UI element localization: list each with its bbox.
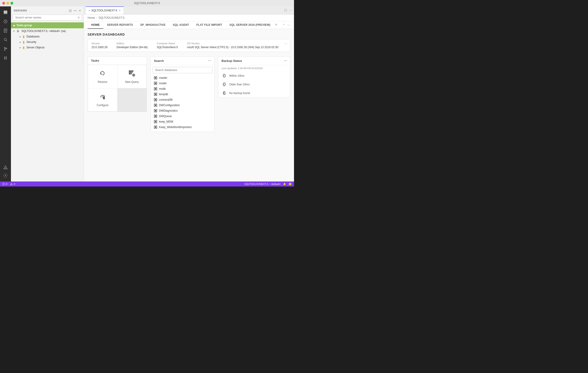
db-icon: [154, 98, 157, 101]
databases-expand-icon: ►: [19, 35, 22, 38]
tab-sql-agent[interactable]: SQL AGENT: [169, 22, 193, 29]
db-icon: [154, 93, 157, 96]
tab-close-button[interactable]: ✕: [119, 9, 121, 12]
sidebar: SERVERS ◻ — ≡ ✕ ◆ Tools group ▼ 🖥 SQLTOO…: [11, 6, 84, 181]
more-options-icon[interactable]: ⋯: [289, 9, 292, 12]
server-tree-item[interactable]: ▼ 🖥 SQLTOOLSVNEXT-5, <default> (sa): [11, 28, 84, 34]
activity-git-icon[interactable]: [1, 45, 10, 53]
nav-more-icon[interactable]: ⋯: [287, 23, 290, 27]
tab-flat-file-import[interactable]: FLAT FILE IMPORT: [193, 22, 226, 29]
tools-group[interactable]: ◆ Tools group: [11, 22, 84, 28]
list-item[interactable]: DWConfiguration: [151, 102, 214, 108]
add-connection-icon[interactable]: ◻: [69, 9, 72, 12]
backup-last-updated: Last Updated: 1:40:48 PM 9/14/2018: [218, 65, 290, 71]
tab-home[interactable]: HOME: [88, 22, 103, 29]
db-name: tempdb: [159, 93, 168, 96]
backup-stat-within: 0 Within 24hrs: [218, 71, 290, 80]
backup-within-label: Within 24hrs: [229, 74, 244, 77]
status-warnings[interactable]: 0: [10, 183, 15, 185]
nav-tabs: HOME SERVER REPORTS SP_WHOISACTIVE SQL A…: [84, 22, 294, 29]
new-query-label: New Query: [125, 80, 139, 84]
security-icon: ▮: [23, 40, 25, 44]
main-tab[interactable]: ≡ SQLTOOLSVNEXT-5 ✕: [86, 6, 124, 14]
tab-bar: ≡ SQLTOOLSVNEXT-5 ✕ ☐ ⋯: [84, 6, 294, 14]
window-controls[interactable]: [2, 2, 13, 5]
warning-icon: [10, 183, 13, 185]
db-name: DWQueue: [159, 115, 172, 118]
minimize-button[interactable]: [6, 2, 9, 5]
restore-label: Restore: [98, 80, 107, 84]
restore-icon: [99, 70, 106, 78]
list-item[interactable]: Keep_WideWorldImporters: [151, 124, 214, 130]
db-icon: [154, 115, 157, 118]
db-name: DWDiagnostics: [159, 109, 178, 112]
breadcrumb-home[interactable]: Home: [88, 16, 95, 19]
edition-value: Developer Edition (64-bit): [116, 46, 147, 49]
version-label: Version: [92, 42, 107, 45]
search-clear-icon[interactable]: ✕: [77, 16, 80, 19]
collapse-icon[interactable]: —: [74, 9, 77, 12]
server-info-more-icon[interactable]: ⋯: [284, 42, 287, 45]
svg-rect-17: [129, 72, 132, 73]
main-content: ≡ SQLTOOLSVNEXT-5 ✕ ☐ ⋯ Home › SQLTOOLSV…: [84, 6, 294, 181]
search-server-input[interactable]: [13, 15, 82, 21]
list-item[interactable]: tempdb: [151, 91, 214, 97]
activity-extensions-icon[interactable]: [1, 54, 10, 62]
db-icon: [154, 109, 157, 112]
sidebar-header-icons[interactable]: ◻ — ≡: [69, 9, 81, 12]
collapse-nav-icon[interactable]: ⌃: [283, 23, 285, 27]
search-widget-more-icon[interactable]: ⋯: [208, 59, 211, 63]
os-value: rosoft SQL Server vNext (CTP2.0) - 15.0.…: [187, 46, 286, 49]
status-bar-right: SQLTOOLSVNEXT-5 : <default> 🔔 🙂: [244, 183, 292, 186]
add-tab-button[interactable]: +: [274, 22, 278, 29]
security-expand-icon: ►: [19, 41, 22, 43]
activity-history-icon[interactable]: [1, 17, 10, 26]
sidebar-title: SERVERS: [14, 9, 27, 12]
list-item[interactable]: DWDiagnostics: [151, 108, 214, 113]
close-button[interactable]: [2, 2, 5, 5]
group-expand-icon: ◆: [13, 24, 15, 27]
databases-tree-item[interactable]: ► ▮ Databases: [11, 34, 84, 39]
widgets-row: Tasks Restore: [88, 56, 290, 132]
maximize-button[interactable]: [10, 2, 13, 5]
list-item[interactable]: DWQueue: [151, 113, 214, 119]
svg-rect-1: [4, 12, 7, 13]
errors-count: 0: [6, 183, 7, 185]
tab-server-reports[interactable]: SERVER REPORTS: [103, 22, 137, 29]
tasks-widget-header: Tasks: [88, 57, 147, 65]
configure-task-card[interactable]: Configure: [88, 88, 117, 111]
feedback-icon[interactable]: 🙂: [289, 183, 292, 186]
security-tree-item[interactable]: ► ▮ Security: [11, 39, 84, 45]
db-icon: [154, 120, 157, 123]
server-label: SQLTOOLSVNEXT-5, <default> (sa): [21, 29, 66, 33]
tab-sql-server-preview[interactable]: SQL SERVER 2019 (PREVIEW): [226, 22, 274, 29]
list-item[interactable]: model: [151, 81, 214, 86]
activity-settings-icon[interactable]: [1, 171, 10, 180]
status-bar-left: 0 0: [2, 183, 15, 185]
backup-older-count: 0: [221, 81, 227, 88]
activity-servers-icon[interactable]: [1, 8, 10, 16]
restore-task-card[interactable]: Restore: [88, 65, 117, 88]
list-item[interactable]: master: [151, 75, 214, 81]
backup-widget-more-icon[interactable]: ⋯: [284, 59, 287, 63]
activity-search-icon[interactable]: [1, 36, 10, 44]
connection-info: SQLTOOLSVNEXT-5 : <default>: [244, 183, 281, 185]
computer-label: Computer Name: [157, 42, 178, 45]
notification-icon[interactable]: 🔔: [283, 183, 286, 186]
tab-sp-whoisactive[interactable]: SP_WHOISACTIVE: [137, 22, 169, 29]
status-alerts[interactable]: 0: [2, 183, 7, 185]
title-bar: SQLTOOLSVNEXT-5: [0, 0, 294, 6]
svg-rect-2: [4, 13, 7, 14]
server-objects-tree-item[interactable]: ► ▮ Server Objects: [11, 45, 84, 50]
activity-warnings-icon[interactable]: [1, 163, 10, 171]
list-item[interactable]: coriveraDB: [151, 97, 214, 102]
more-icon[interactable]: ≡: [79, 9, 81, 12]
search-databases-input[interactable]: [153, 67, 212, 73]
backup-widget-title: Backup Status: [221, 59, 242, 63]
new-query-task-card[interactable]: New Query: [117, 65, 147, 88]
list-item[interactable]: msdb: [151, 86, 214, 91]
list-item[interactable]: keep_MDW: [151, 119, 214, 124]
activity-documents-icon[interactable]: [1, 26, 10, 35]
backup-widget-header: Backup Status ⋯: [218, 57, 290, 65]
split-editor-icon[interactable]: ☐: [284, 9, 287, 12]
